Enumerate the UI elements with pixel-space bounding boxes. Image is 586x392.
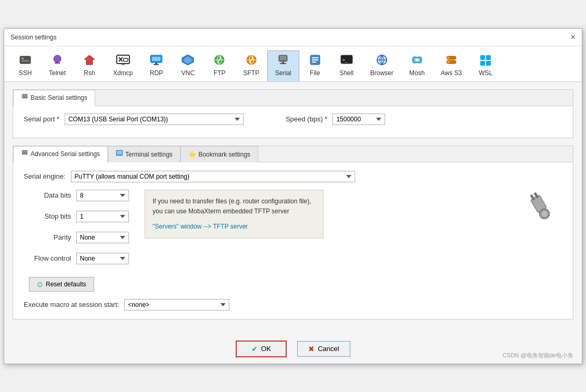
flowcontrol-label: Flow control	[24, 254, 71, 262]
tab-browser[interactable]: Browser	[362, 50, 401, 81]
tab-wsl[interactable]: WSL	[470, 50, 501, 81]
serial-port-row: Serial port COM13 (USB Serial Port (COM1…	[24, 114, 244, 125]
serial-icon	[277, 54, 289, 68]
tab-shell[interactable]: >_ Shell	[331, 50, 362, 81]
bookmark-settings-tab-label: Bookmark settings	[198, 151, 250, 158]
tab-telnet[interactable]: Telnet	[41, 50, 74, 81]
serial-port-select[interactable]: COM13 (USB Serial Port (COM13))	[65, 114, 244, 125]
parity-label: Parity	[24, 233, 71, 241]
svg-point-55	[26, 95, 27, 96]
svg-point-3	[54, 55, 61, 63]
advanced-serial-tab-label: Advanced Serial settings	[31, 150, 100, 158]
reset-defaults-button[interactable]: ⊙ Reset defaults	[29, 277, 94, 292]
tab-awss3[interactable]: Aws S3	[433, 50, 470, 81]
svg-rect-30	[282, 61, 284, 63]
tab-ftp[interactable]: FTP	[204, 50, 235, 81]
svg-rect-51	[486, 61, 491, 66]
stopbits-row: Stop bits 1	[24, 211, 129, 222]
execute-macro-select[interactable]: <none>	[124, 299, 229, 311]
tab-file[interactable]: File	[299, 50, 331, 81]
svg-point-61	[24, 151, 25, 152]
tab-ssh[interactable]: SSH	[9, 50, 41, 81]
ok-button[interactable]: ✔ OK	[236, 341, 287, 357]
stopbits-label: Stop bits	[24, 212, 71, 220]
terminal-settings-tab-label: Terminal settings	[125, 151, 173, 158]
advanced-serial-tab-icon	[21, 150, 28, 159]
svg-point-27	[280, 58, 282, 59]
tab-rsh-label: Rsh	[84, 69, 95, 77]
tab-sftp-label: SFTP	[243, 69, 259, 77]
tab-rsh[interactable]: Rsh	[74, 50, 105, 81]
parity-select[interactable]: None	[76, 232, 129, 243]
tab-rdp[interactable]: RDP	[140, 50, 172, 81]
databits-row: Data bits 8	[24, 190, 129, 201]
svg-point-29	[285, 58, 286, 59]
tab-mosh[interactable]: Mosh	[401, 50, 433, 81]
wsl-icon	[479, 54, 492, 68]
svg-text:>_: >_	[342, 58, 348, 63]
tab-awss3-label: Aws S3	[441, 69, 462, 77]
svg-rect-1	[22, 58, 24, 59]
databits-select[interactable]: 8	[76, 190, 129, 201]
advanced-section-tabs: Advanced Serial settings Terminal settin…	[13, 146, 573, 162]
svg-point-58	[26, 96, 27, 97]
svg-point-46	[447, 57, 449, 59]
tab-browser-label: Browser	[370, 69, 393, 77]
svg-point-60	[23, 151, 24, 152]
tab-file-label: File	[310, 69, 320, 77]
plug-icon-area	[518, 190, 562, 223]
advanced-serial-panel: Advanced Serial settings Terminal settin…	[13, 146, 573, 319]
bookmark-settings-tab[interactable]: ⭐ Bookmark settings	[180, 146, 258, 162]
advanced-serial-tab[interactable]: Advanced Serial settings	[13, 146, 108, 162]
tab-mosh-label: Mosh	[409, 69, 425, 77]
flowcontrol-select[interactable]: None	[76, 253, 129, 264]
speed-select[interactable]: 1500000	[332, 114, 385, 125]
cancel-button[interactable]: ✖ Cancel	[297, 341, 350, 357]
svg-rect-13	[155, 63, 157, 64]
tab-shell-label: Shell	[339, 69, 353, 77]
session-settings-window: Session settings × SSH Telnet Rsh	[4, 28, 582, 364]
tab-serial[interactable]: Serial	[267, 50, 299, 81]
svg-point-25	[282, 56, 284, 57]
svg-rect-10	[122, 64, 125, 65]
tab-xdmcp[interactable]: Xdmcp	[105, 50, 140, 81]
svg-rect-34	[312, 59, 318, 60]
tab-ssh-label: SSH	[19, 69, 32, 77]
terminal-settings-tab[interactable]: Terminal settings	[108, 146, 180, 162]
window-title: Session settings	[11, 34, 56, 41]
cancel-label: Cancel	[318, 345, 339, 353]
advanced-serial-body: Serial engine: PuTTY (allows manual COM …	[13, 162, 573, 319]
close-button[interactable]: ×	[571, 33, 575, 42]
flowcontrol-row: Flow control None	[24, 253, 129, 264]
footer-bar: ✔ OK ✖ Cancel CSDN @电鱼智能de电小鱼	[4, 334, 582, 364]
watermark: CSDN @电鱼智能de电小鱼	[502, 352, 573, 359]
rdp-icon	[150, 54, 163, 68]
tab-sftp[interactable]: SFTP	[235, 50, 267, 81]
engine-row: Serial engine: PuTTY (allows manual COM …	[24, 171, 562, 182]
svg-point-26	[285, 56, 286, 57]
svg-point-53	[23, 95, 24, 96]
svg-rect-49	[486, 55, 491, 60]
right-content: If you need to transfer files (e.g. rout…	[145, 190, 502, 239]
tab-telnet-label: Telnet	[49, 69, 66, 77]
basic-serial-panel: Basic Serial settings Serial port COM13 …	[13, 89, 573, 138]
basic-form: Serial port COM13 (USB Serial Port (COM1…	[24, 114, 562, 130]
reset-icon: ⊙	[37, 280, 43, 288]
engine-select[interactable]: PuTTY (allows manual COM port setting)	[71, 171, 355, 182]
svg-rect-48	[480, 55, 485, 60]
tab-vnc[interactable]: VNC	[172, 50, 204, 81]
left-fields: Data bits 8 Stop bits 1 Pari	[24, 190, 129, 292]
sftp-icon	[245, 54, 258, 68]
basic-serial-tab[interactable]: Basic Serial settings	[13, 90, 95, 106]
basic-serial-tab-icon	[21, 94, 28, 102]
svg-point-62	[26, 151, 27, 152]
svg-rect-9	[124, 58, 128, 61]
stopbits-select[interactable]: 1	[76, 211, 129, 222]
basic-serial-body: Serial port COM13 (USB Serial Port (COM1…	[13, 106, 573, 138]
xdmcp-icon	[116, 54, 130, 68]
svg-rect-12	[152, 57, 160, 61]
svg-rect-35	[312, 61, 316, 63]
file-icon	[309, 54, 321, 68]
svg-point-28	[282, 58, 284, 59]
info-link[interactable]: "Servers" window --> TFTP server	[153, 222, 316, 232]
